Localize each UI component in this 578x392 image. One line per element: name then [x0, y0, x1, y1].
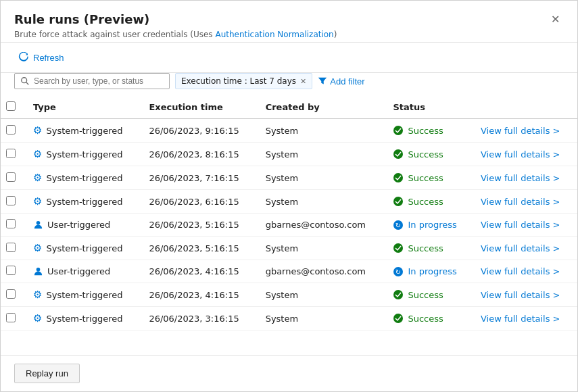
panel-footer: Replay run — [1, 355, 577, 391]
view-full-details-link[interactable]: View full details > — [481, 266, 560, 276]
row-view-link-cell: View full details > — [473, 214, 577, 237]
row-created-by: System — [258, 143, 385, 166]
row-type: ⚙System-triggered — [25, 237, 141, 260]
row-execution-time: 26/06/2023, 5:16:15 — [141, 237, 257, 260]
gear-icon: ⚙ — [33, 289, 42, 301]
svg-line-1 — [26, 82, 29, 85]
table-row: User-triggered26/06/2023, 4:16:15gbarnes… — [1, 260, 577, 283]
view-full-details-link[interactable]: View full details > — [481, 314, 560, 324]
funnel-icon — [318, 76, 327, 86]
row-checkbox-cell — [1, 166, 25, 190]
user-icon — [33, 266, 43, 276]
row-checkbox-cell — [1, 190, 25, 214]
inprogress-icon: ↻ — [393, 266, 404, 277]
table-row: ⚙System-triggered26/06/2023, 6:16:15Syst… — [1, 190, 577, 214]
replay-run-button[interactable]: Replay run — [14, 364, 80, 383]
row-type-label: System-triggered — [46, 197, 122, 207]
svg-point-4 — [393, 173, 403, 182]
row-checkbox-cell — [1, 283, 25, 307]
table-row: ⚙System-triggered26/06/2023, 7:16:15Syst… — [1, 166, 577, 190]
refresh-button[interactable]: Refresh — [14, 49, 68, 66]
view-full-details-link[interactable]: View full details > — [481, 149, 560, 160]
add-filter-button[interactable]: Add filter — [318, 76, 364, 87]
svg-point-0 — [22, 78, 27, 83]
svg-point-10 — [37, 268, 41, 272]
header-type: Type — [25, 96, 141, 119]
svg-text:↻: ↻ — [395, 268, 401, 276]
search-box[interactable] — [14, 73, 170, 89]
status-label: Success — [408, 149, 443, 160]
row-type-label: System-triggered — [46, 149, 122, 160]
success-icon — [393, 289, 404, 300]
row-status: Success — [385, 283, 473, 307]
header-execution-time: Execution time — [141, 96, 257, 119]
row-type: ⚙System-triggered — [25, 166, 141, 190]
row-checkbox[interactable] — [6, 289, 16, 299]
status-label: Success — [408, 243, 443, 253]
panel-header: Rule runs (Preview) ✕ Brute force attack… — [1, 1, 577, 43]
filter-tag-close-button[interactable]: ✕ — [300, 78, 306, 85]
svg-point-6 — [37, 221, 41, 225]
inprogress-icon: ↻ — [393, 220, 404, 230]
row-execution-time: 26/06/2023, 3:16:15 — [141, 307, 257, 330]
svg-text:↻: ↻ — [395, 222, 401, 229]
refresh-icon — [18, 52, 29, 63]
row-view-link-cell: View full details > — [473, 283, 577, 307]
row-type-label: System-triggered — [46, 314, 122, 324]
gear-icon: ⚙ — [33, 172, 42, 184]
row-checkbox[interactable] — [6, 196, 16, 205]
row-status: Success — [385, 166, 473, 190]
row-checkbox-cell — [1, 307, 25, 330]
row-created-by: System — [258, 190, 385, 214]
row-view-link-cell: View full details > — [473, 119, 577, 143]
row-created-by: System — [258, 119, 385, 143]
status-label: Success — [408, 314, 443, 324]
row-created-by: System — [258, 283, 385, 307]
row-checkbox[interactable] — [6, 313, 16, 322]
row-view-link-cell: View full details > — [473, 143, 577, 166]
user-icon — [33, 220, 43, 230]
row-type: ⚙System-triggered — [25, 119, 141, 143]
header-checkbox-cell — [1, 96, 25, 119]
close-button[interactable]: ✕ — [547, 11, 564, 27]
row-type: ⚙System-triggered — [25, 307, 141, 330]
row-checkbox[interactable] — [6, 149, 16, 158]
view-full-details-link[interactable]: View full details > — [481, 173, 560, 183]
row-checkbox[interactable] — [6, 266, 16, 275]
row-view-link-cell: View full details > — [473, 307, 577, 330]
view-full-details-link[interactable]: View full details > — [481, 243, 560, 253]
row-type-label: System-triggered — [46, 290, 122, 300]
success-icon — [393, 172, 404, 183]
success-icon — [393, 149, 404, 160]
table-row: User-triggered26/06/2023, 5:16:15gbarnes… — [1, 214, 577, 237]
row-execution-time: 26/06/2023, 9:16:15 — [141, 119, 257, 143]
row-status: ↻ In progress — [385, 260, 473, 283]
row-checkbox[interactable] — [6, 243, 16, 252]
gear-icon: ⚙ — [33, 124, 42, 137]
row-checkbox[interactable] — [6, 219, 16, 228]
header-status: Status — [385, 96, 473, 119]
row-checkbox-cell — [1, 260, 25, 283]
success-icon — [393, 313, 404, 324]
table-container: Type Execution time Created by Status ⚙S… — [1, 96, 577, 355]
search-input[interactable] — [34, 76, 164, 86]
subtitle-link[interactable]: Authentication Normalization — [215, 30, 333, 39]
view-full-details-link[interactable]: View full details > — [481, 126, 560, 136]
row-status: ↻ In progress — [385, 214, 473, 237]
row-execution-time: 26/06/2023, 4:16:15 — [141, 283, 257, 307]
row-checkbox[interactable] — [6, 172, 16, 182]
select-all-checkbox[interactable] — [6, 101, 16, 111]
row-execution-time: 26/06/2023, 4:16:15 — [141, 260, 257, 283]
row-view-link-cell: View full details > — [473, 190, 577, 214]
success-icon — [393, 196, 404, 207]
row-type: User-triggered — [25, 260, 141, 283]
view-full-details-link[interactable]: View full details > — [481, 197, 560, 207]
panel-title: Rule runs (Preview) — [14, 12, 149, 26]
gear-icon: ⚙ — [33, 242, 42, 254]
status-label: Success — [408, 290, 443, 300]
view-full-details-link[interactable]: View full details > — [481, 290, 560, 300]
status-label: Success — [408, 126, 443, 136]
view-full-details-link[interactable]: View full details > — [481, 220, 560, 230]
runs-table: Type Execution time Created by Status ⚙S… — [1, 96, 577, 330]
row-checkbox[interactable] — [6, 125, 16, 134]
